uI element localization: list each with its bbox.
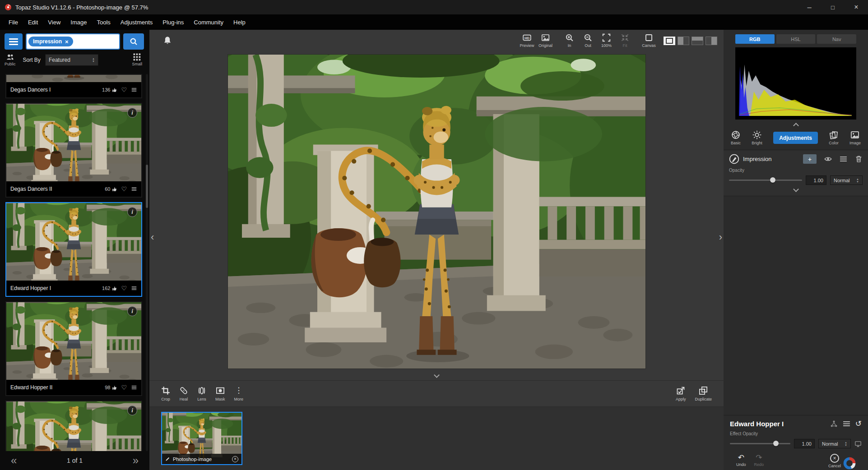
close-image-icon[interactable]: × [232, 456, 238, 462]
basic-tool-button[interactable]: Basic [731, 130, 741, 145]
save-progress-icon[interactable] [843, 456, 856, 470]
color-tool-button[interactable]: Color [829, 130, 839, 145]
adjustments-tab-button[interactable]: Adjustments [773, 132, 818, 144]
menu-plugins[interactable]: Plug-ins [158, 19, 189, 26]
menu-help[interactable]: Help [228, 19, 251, 26]
previous-page-button[interactable]: « [11, 455, 17, 466]
effect-menu-icon[interactable] [131, 87, 137, 92]
menu-edit[interactable]: Edit [23, 19, 43, 26]
minimize-button[interactable]: ─ [798, 0, 821, 14]
menu-adjustments[interactable]: Adjustments [116, 19, 158, 26]
menu-file[interactable]: File [4, 19, 23, 26]
collapse-toolbar-button[interactable] [149, 371, 724, 380]
effect-menu-icon[interactable] [131, 286, 137, 291]
effect-menu-icon[interactable] [131, 385, 137, 390]
effect-info-button[interactable]: i [127, 405, 137, 415]
lens-button[interactable]: Lens [197, 386, 206, 401]
collapse-left-panel-button[interactable]: ‹ [151, 232, 154, 242]
view-split-vertical-button[interactable] [678, 37, 689, 45]
effect-blend-mode-dropdown[interactable]: Normal ▲▼ [818, 439, 851, 448]
dropdown-steppers-icon[interactable]: ▲▼ [854, 178, 859, 183]
effect-item-edward-hopper-1[interactable]: i Edward Hopper I 162 ♡ [5, 202, 142, 297]
zoom-in-button[interactable]: In [560, 33, 579, 48]
heal-button[interactable]: Heal [179, 386, 188, 401]
visibility-eye-icon[interactable] [824, 155, 832, 163]
zoom-100-button[interactable]: 100% [597, 33, 616, 48]
thumbs-up-icon[interactable] [112, 385, 117, 390]
effect-menu-icon[interactable] [131, 186, 137, 192]
adjustment-menu-icon[interactable] [840, 155, 847, 163]
cancel-button[interactable]: × Cancel [828, 454, 841, 468]
favorite-icon[interactable]: ♡ [121, 384, 127, 391]
effect-item-partial[interactable]: i [5, 401, 142, 451]
apply-button[interactable]: Apply [676, 386, 686, 401]
thumbs-up-icon[interactable] [112, 187, 117, 192]
next-page-button[interactable]: » [133, 455, 139, 466]
sort-dropdown[interactable]: Featured ▲▼ [45, 54, 98, 66]
image-tool-button[interactable]: Image [849, 130, 861, 145]
view-single-button[interactable] [664, 37, 675, 45]
favorite-icon[interactable]: ♡ [121, 186, 127, 192]
collapse-adjustment-button[interactable] [729, 185, 863, 195]
dropdown-steppers-icon[interactable]: ▲▼ [89, 57, 95, 63]
effect-opacity-value[interactable]: 1.00 [794, 439, 815, 448]
effect-opacity-slider[interactable] [730, 443, 790, 444]
menu-tools[interactable]: Tools [92, 19, 115, 26]
search-button[interactable] [123, 33, 144, 50]
thumbs-up-icon[interactable] [112, 88, 117, 92]
blend-mode-dropdown[interactable]: Normal ▲▼ [830, 175, 863, 185]
effect-opacity-slider-handle[interactable] [773, 441, 779, 446]
collapse-histogram-button[interactable] [724, 120, 868, 129]
bright-tool-button[interactable]: Bright [752, 130, 762, 145]
menu-image[interactable]: Image [65, 19, 92, 26]
undo-button[interactable]: ↶ Undo [736, 454, 746, 467]
reset-effect-icon[interactable]: ↺ [855, 420, 862, 428]
effect-info-button[interactable]: i [127, 207, 137, 217]
opacity-slider-handle[interactable] [770, 177, 775, 183]
favorite-icon[interactable]: ♡ [121, 87, 127, 93]
remove-tag-icon[interactable]: × [65, 38, 69, 45]
scrollbar-thumb[interactable] [146, 165, 148, 208]
share-nodes-icon[interactable] [830, 420, 838, 428]
view-side-by-side-button[interactable] [706, 37, 717, 45]
effect-item-edward-hopper-2[interactable]: i Edward Hopper II 98 ♡ [5, 301, 142, 396]
menu-community[interactable]: Community [189, 19, 228, 26]
dropdown-steppers-icon[interactable]: ▲▼ [842, 441, 847, 447]
public-filter-button[interactable]: Public [5, 53, 16, 66]
effect-menu-icon[interactable] [843, 420, 850, 428]
search-tag-chip[interactable]: Impression × [28, 37, 73, 46]
effect-info-button[interactable]: i [127, 108, 137, 118]
notifications-bell-icon[interactable] [163, 36, 172, 46]
add-adjustment-button[interactable]: + [803, 154, 817, 164]
crop-button[interactable]: Crop [161, 386, 170, 401]
effects-scrollbar[interactable] [146, 74, 148, 451]
mask-button[interactable]: Mask [215, 386, 225, 401]
more-button[interactable]: ⋮ More [234, 386, 244, 401]
effect-info-button[interactable]: i [127, 306, 137, 316]
panel-menu-button[interactable] [5, 33, 23, 50]
canvas-button[interactable]: Canvas [640, 33, 658, 48]
opacity-value[interactable]: 1.00 [806, 175, 826, 185]
zoom-out-button[interactable]: Out [579, 33, 597, 48]
search-input[interactable]: Impression × [26, 33, 120, 50]
preview-button[interactable]: Preview [518, 33, 536, 48]
duplicate-button[interactable]: Duplicate [695, 386, 712, 401]
trash-icon[interactable] [855, 155, 863, 163]
opacity-slider[interactable] [729, 180, 802, 181]
maximize-button[interactable]: □ [821, 0, 845, 14]
filmstrip-thumbnail[interactable]: Photoshop-image × [161, 412, 242, 465]
thumbs-up-icon[interactable] [112, 286, 117, 291]
collapse-right-panel-button[interactable]: › [719, 232, 722, 242]
tab-rgb[interactable]: RGB [735, 34, 775, 44]
redo-button[interactable]: ↷ Redo [754, 454, 764, 467]
display-icon[interactable] [854, 440, 862, 447]
tab-hsl[interactable]: HSL [776, 34, 816, 44]
menu-view[interactable]: View [43, 19, 65, 26]
favorite-icon[interactable]: ♡ [121, 285, 127, 291]
effect-item-degas-dancers-2[interactable]: i Degas Dancers II 60 ♡ [5, 103, 142, 198]
close-button[interactable]: × [845, 0, 868, 14]
view-split-horizontal-button[interactable] [692, 37, 703, 45]
fit-button[interactable]: Fit [616, 33, 634, 48]
thumbnail-size-button[interactable]: Small [132, 53, 142, 66]
original-view-button[interactable]: Original [536, 33, 555, 48]
